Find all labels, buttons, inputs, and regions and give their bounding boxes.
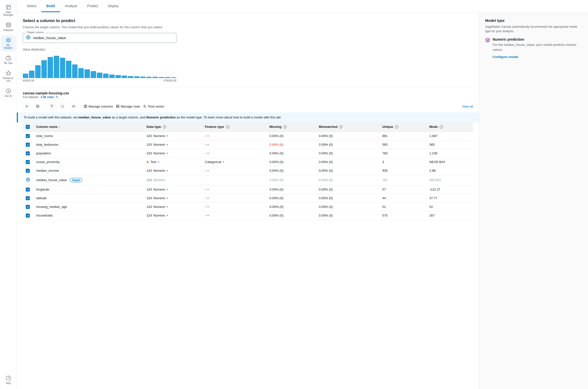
target-column-label: Target column xyxy=(26,31,45,34)
row-checkbox[interactable] xyxy=(26,134,30,138)
svg-rect-28 xyxy=(84,105,85,108)
row-checkbox[interactable] xyxy=(26,143,30,147)
numeric-type-icon: 123 xyxy=(146,151,152,155)
sidebar-label-datasets: Datasets xyxy=(3,29,13,32)
row-checkbox[interactable] xyxy=(26,214,30,218)
model-info: Numeric prediction For the median_house_… xyxy=(492,37,582,59)
sidebar-item-data-wrangler[interactable]: Data Wrangler xyxy=(1,2,16,18)
sidebar: Data Wrangler Datasets My Models ML Ops … xyxy=(0,0,17,389)
tab-analyze[interactable]: Analyze xyxy=(60,0,82,12)
cell-mode: 267 xyxy=(426,211,473,220)
section-title: Select a column to predict xyxy=(23,18,473,23)
target-column-wrapper: Target column media xyxy=(23,33,473,43)
feature-dropdown-arrow[interactable]: ▾ xyxy=(207,134,209,137)
manage-rows-button[interactable]: Manage rows xyxy=(116,103,140,109)
cell-mode: 500,001 xyxy=(426,175,473,185)
feature-dropdown-arrow[interactable]: ▾ xyxy=(223,161,224,163)
cell-mode: 1,487 xyxy=(426,131,473,140)
tab-select[interactable]: Select xyxy=(22,0,41,12)
feature-dropdown-arrow[interactable]: ▾ xyxy=(207,205,209,208)
manage-columns-button[interactable]: Manage columns xyxy=(84,103,113,109)
target-column-input[interactable]: median_house_value xyxy=(23,33,176,43)
data-type-info-icon[interactable]: i xyxy=(163,125,166,129)
configure-model-link[interactable]: Configure model xyxy=(492,55,518,59)
feature-dropdown-arrow[interactable]: ▾ xyxy=(207,152,209,155)
cell-feature-type: - ▾ xyxy=(202,149,267,158)
type-dropdown-arrow[interactable]: ▾ xyxy=(167,134,168,137)
cell-col-name: median_income xyxy=(33,166,143,175)
split-panel: Select a column to predict Choose the ta… xyxy=(17,12,588,389)
rows-count: 1.0k rows xyxy=(40,96,54,99)
tab-build[interactable]: Build xyxy=(41,0,60,12)
mismatched-info-icon[interactable]: i xyxy=(339,125,343,129)
type-dropdown-arrow[interactable]: ▾ xyxy=(167,214,168,217)
type-dropdown-arrow[interactable]: ▾ xyxy=(167,197,168,199)
tab-predict[interactable]: Predict xyxy=(82,0,103,12)
type-dropdown-arrow[interactable]: ▾ xyxy=(167,188,168,191)
histogram-chart xyxy=(23,53,176,78)
th-feature-type: Feature type i xyxy=(202,122,267,131)
mode-info-icon[interactable]: i xyxy=(440,125,443,129)
sidebar-item-gen-ai[interactable]: Gen AI xyxy=(1,86,16,99)
th-data-type: Data type i xyxy=(143,122,202,131)
feature-dropdown-arrow[interactable]: ▾ xyxy=(207,214,209,217)
select-all-checkbox[interactable] xyxy=(26,125,30,129)
target-row-icon xyxy=(26,178,30,183)
row-checkbox[interactable] xyxy=(26,151,30,155)
feature-dropdown-arrow[interactable]: ▾ xyxy=(207,197,209,199)
sidebar-item-ml-ops[interactable]: ML Ops xyxy=(1,53,16,66)
target-badge: Target xyxy=(70,178,82,182)
row-checkbox[interactable] xyxy=(26,196,30,200)
sidebar-item-my-models[interactable]: My Models xyxy=(1,35,16,51)
columns-list-button[interactable] xyxy=(70,103,78,109)
row-checkbox[interactable] xyxy=(26,169,30,173)
view-all-button[interactable]: View all xyxy=(462,104,473,108)
type-dropdown-arrow[interactable]: ▾ xyxy=(167,205,168,208)
tab-deploy[interactable]: Deploy xyxy=(103,0,124,12)
cell-feature-type: Categorical ▾ xyxy=(202,158,267,166)
cell-data-type: 123 Numeric ▾ xyxy=(143,202,202,211)
unique-info-icon[interactable]: i xyxy=(395,125,398,129)
numeric-type-icon: 123 xyxy=(146,143,152,146)
row-checkbox[interactable] xyxy=(26,160,30,164)
sidebar-item-ready-to-use[interactable]: Ready-to-use xyxy=(1,68,16,84)
toolbar-divider-1 xyxy=(45,104,45,109)
cell-col-name: population xyxy=(33,149,143,158)
cell-mismatched: 0.00% (0) xyxy=(316,131,379,140)
type-dropdown-arrow[interactable]: ▾ xyxy=(167,169,168,172)
filter-button[interactable] xyxy=(48,103,56,109)
feature-type-info-icon[interactable]: i xyxy=(226,125,229,129)
table-row: total_bedrooms 123 Numeric ▾ - ▾ 0.60% (… xyxy=(23,140,473,149)
feature-dropdown-arrow[interactable]: ▾ xyxy=(207,143,209,146)
grid-view-button[interactable] xyxy=(34,103,42,109)
type-dropdown-arrow[interactable]: ▾ xyxy=(167,143,168,146)
type-dropdown-arrow[interactable]: ▾ xyxy=(158,161,159,163)
row-checkbox[interactable] xyxy=(26,188,30,192)
feature-dropdown-arrow[interactable]: ▾ xyxy=(207,169,209,172)
cell-unique: 51 xyxy=(379,202,426,211)
cell-data-type: 123 Numeric ▾ xyxy=(143,140,202,149)
svg-point-7 xyxy=(6,376,10,380)
sidebar-item-help[interactable]: Help xyxy=(1,373,16,387)
edit-icon[interactable]: ✎ xyxy=(56,95,59,99)
type-dropdown-arrow[interactable]: ▾ xyxy=(167,152,168,155)
search-button[interactable] xyxy=(59,103,67,109)
cell-data-type: 123 Numeric ▾ xyxy=(143,166,202,175)
cell-missing: 0.00% (0) xyxy=(266,149,316,158)
cell-unique: 881 xyxy=(379,131,426,140)
cell-mismatched: 0.00% (0) xyxy=(316,140,379,149)
time-series-button[interactable]: Time series xyxy=(143,103,164,109)
model-desc: For the median_house_value, your model p… xyxy=(492,42,582,52)
sidebar-item-datasets[interactable]: Datasets xyxy=(1,20,16,33)
feature-dropdown-arrow[interactable]: ▾ xyxy=(207,188,209,191)
list-view-button[interactable] xyxy=(23,103,31,109)
missing-info-icon[interactable]: i xyxy=(283,125,287,129)
cell-unique: 3 xyxy=(379,158,426,166)
cell-missing: 0.00% (0) xyxy=(266,194,316,202)
info-banner: To build a model with this dataset, set … xyxy=(17,112,479,122)
dataset-header: canvas-sample-housing.csv Full dataset: … xyxy=(23,91,473,102)
hist-bar xyxy=(140,77,146,78)
row-checkbox[interactable] xyxy=(26,205,30,209)
data-table: Column name ↓ Data type i Feature type i… xyxy=(23,122,473,220)
svg-rect-20 xyxy=(36,106,37,107)
